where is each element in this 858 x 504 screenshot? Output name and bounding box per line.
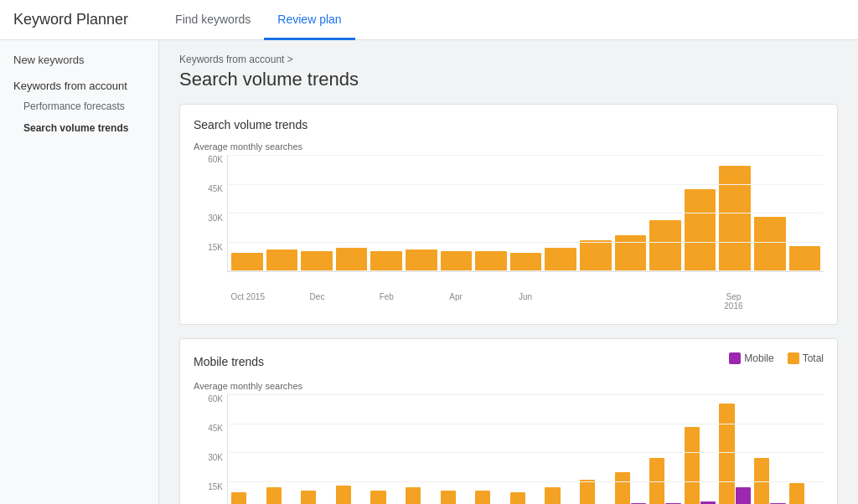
grid-line bbox=[228, 394, 824, 395]
y-tick: 45K bbox=[194, 424, 223, 433]
main-layout: New keywords Keywords from account Perfo… bbox=[0, 40, 858, 504]
bar bbox=[754, 217, 786, 271]
x-label bbox=[543, 292, 577, 311]
chart-area-2: 60K 45K 30K 15K bbox=[227, 394, 824, 504]
bar-group bbox=[441, 491, 473, 504]
bar-group bbox=[580, 480, 612, 504]
sidebar-item-performance-forecasts[interactable]: Performance forecasts bbox=[0, 95, 158, 117]
bar-orange bbox=[545, 487, 560, 504]
x-label: Apr bbox=[438, 292, 473, 311]
chart-area-1: 60K 45K 30K 15K bbox=[227, 155, 824, 289]
x-label bbox=[612, 292, 646, 311]
tab-review-plan[interactable]: Review plan bbox=[264, 1, 354, 40]
legend-label-mobile: Mobile bbox=[744, 352, 773, 364]
page-title: Search volume trends bbox=[179, 69, 838, 90]
bar bbox=[615, 235, 647, 271]
bars-container-1 bbox=[227, 155, 824, 272]
x-label bbox=[334, 292, 369, 311]
grid-line bbox=[228, 155, 824, 156]
bar bbox=[649, 220, 681, 271]
bar-group bbox=[719, 404, 751, 504]
sidebar: New keywords Keywords from account Perfo… bbox=[0, 40, 159, 504]
x-label: Oct 2015 bbox=[230, 292, 265, 311]
bar bbox=[510, 253, 542, 271]
bar bbox=[231, 253, 263, 271]
bars-container-2 bbox=[227, 394, 824, 504]
search-volume-chart: Average monthly searches 60K 45K 30K 15K bbox=[194, 141, 824, 311]
bar-group bbox=[370, 491, 402, 504]
bar bbox=[301, 251, 333, 271]
x-label: Sep 2016 bbox=[716, 292, 751, 311]
legend-mobile: Mobile bbox=[729, 352, 773, 364]
top-nav: Keyword Planner Find keywords Review pla… bbox=[0, 0, 858, 40]
bar-group bbox=[510, 492, 542, 504]
x-label: Feb bbox=[370, 292, 404, 311]
y-axis-1: 60K 45K 30K 15K bbox=[194, 155, 223, 272]
breadcrumb-separator: > bbox=[287, 54, 293, 65]
bar-orange bbox=[475, 491, 490, 504]
sidebar-item-new-keywords[interactable]: New keywords bbox=[0, 47, 158, 73]
bar-group bbox=[266, 487, 298, 504]
content-area: Keywords from account > Search volume tr… bbox=[159, 40, 858, 504]
legend: Mobile Total bbox=[729, 352, 824, 364]
bar-group bbox=[301, 491, 333, 504]
sidebar-item-keywords-from-account[interactable]: Keywords from account bbox=[0, 73, 158, 95]
app-title: Keyword Planner bbox=[13, 11, 128, 28]
bar-orange bbox=[685, 427, 700, 504]
y-tick: 15K bbox=[194, 482, 223, 491]
bar-orange bbox=[649, 458, 664, 504]
bar-orange bbox=[231, 492, 246, 504]
bar bbox=[580, 240, 612, 271]
bar-group bbox=[231, 492, 263, 504]
mobile-trends-card: Mobile trends Mobile Total Average month bbox=[179, 338, 838, 504]
bar-group bbox=[406, 487, 437, 504]
x-label: Dec bbox=[300, 292, 334, 311]
bar-orange bbox=[370, 491, 385, 504]
search-volume-card: Search volume trends Average monthly sea… bbox=[179, 104, 838, 325]
bar-orange bbox=[406, 487, 421, 504]
bar-orange bbox=[789, 483, 804, 504]
y-tick: 60K bbox=[194, 394, 223, 404]
bar-group bbox=[754, 458, 786, 504]
bar bbox=[789, 246, 821, 271]
sidebar-item-search-volume-trends[interactable]: Search volume trends bbox=[0, 117, 158, 139]
bar-group bbox=[649, 458, 681, 504]
x-label bbox=[647, 292, 681, 311]
bar-orange bbox=[719, 404, 734, 504]
breadcrumb-parent: Keywords from account bbox=[179, 54, 284, 65]
y-axis-label-1: Average monthly searches bbox=[194, 141, 824, 152]
bar-group bbox=[475, 491, 507, 504]
y-tick: 45K bbox=[194, 184, 223, 193]
bar-orange bbox=[301, 491, 316, 504]
x-label bbox=[577, 292, 612, 311]
search-volume-card-title: Search volume trends bbox=[194, 118, 824, 131]
legend-label-total: Total bbox=[803, 352, 824, 364]
mobile-trends-card-title: Mobile trends bbox=[194, 355, 264, 368]
bar-orange bbox=[754, 458, 769, 504]
y-tick: 30K bbox=[194, 213, 223, 223]
x-label: Jun bbox=[508, 292, 542, 311]
bar bbox=[545, 248, 576, 271]
bar-orange bbox=[580, 480, 595, 504]
y-tick: 15K bbox=[194, 243, 223, 252]
bar bbox=[685, 189, 716, 271]
tab-find-keywords[interactable]: Find keywords bbox=[162, 1, 264, 40]
bar-purple bbox=[736, 487, 751, 504]
bar-group bbox=[789, 483, 821, 504]
bar-orange bbox=[266, 487, 282, 504]
y-axis-label-2: Average monthly searches bbox=[194, 381, 824, 391]
x-axis-1: Oct 2015DecFebAprJunSep 2016 bbox=[227, 292, 824, 311]
x-label bbox=[265, 292, 299, 311]
bar-orange bbox=[336, 486, 351, 504]
x-label bbox=[681, 292, 716, 311]
legend-box-total bbox=[788, 352, 799, 364]
bar bbox=[370, 251, 402, 271]
bar-orange bbox=[510, 492, 525, 504]
mobile-trends-chart: Average monthly searches 60K 45K 30K 15K bbox=[194, 381, 824, 504]
x-label bbox=[404, 292, 438, 311]
nav-tabs: Find keywords Review plan bbox=[162, 0, 355, 39]
bar bbox=[719, 166, 751, 271]
legend-total: Total bbox=[788, 352, 824, 364]
bar bbox=[406, 249, 437, 271]
bar bbox=[475, 251, 507, 271]
